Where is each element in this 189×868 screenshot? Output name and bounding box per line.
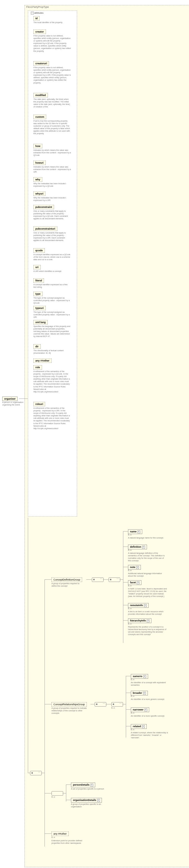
collapse-icon[interactable]: −	[31, 12, 34, 14]
attr-qcode: qcode	[33, 248, 45, 253]
attr-howuri-desc: Indicates by which means the value was e…	[33, 165, 71, 173]
attr-pubconstrainturi-desc: One or many constraints that apply to pu…	[33, 231, 71, 242]
connector	[126, 676, 126, 738]
cardinality: 0..∞	[52, 796, 55, 798]
choice-icon	[52, 791, 63, 796]
connector	[44, 834, 45, 846]
connector	[25, 399, 28, 399]
cardinality: 0..∞	[52, 836, 55, 838]
attr-role: role	[33, 365, 42, 370]
attr-whyuri-desc: Why the metadata has been included - exp…	[33, 196, 71, 202]
root-desc: A person or organisation organising the …	[2, 401, 25, 406]
crg-desc: A group of properties required to indica…	[52, 707, 88, 714]
cr-broader: broader+	[131, 691, 148, 695]
attr-creator: creator	[33, 30, 46, 34]
detail-personDetails: personDetails+	[71, 782, 95, 787]
sequence-icon	[108, 578, 120, 582]
cdg-desc: A group of properties required to define…	[52, 582, 85, 587]
connector	[19, 399, 25, 399]
attr-how: how	[33, 144, 42, 148]
detail-personDetails-desc: A set of properties specific to a person	[71, 787, 110, 790]
detail-organisationDetails-desc: A group of properties specific to an org…	[71, 803, 110, 808]
type-title: Flex1PartyPropType	[26, 6, 49, 8]
sequence-icon	[30, 771, 42, 775]
attr-uri-desc: A URI which identifies a concept.	[33, 270, 71, 273]
cd-facet: facet+	[128, 580, 141, 585]
attr-typeuri-desc: The type of the concept assigned as cont…	[33, 311, 71, 318]
cd-definition-desc: A natural language definition of the sem…	[128, 552, 167, 562]
cd-facet-desc: In NAR 1.8 and later, facet is deprecate…	[128, 587, 167, 597]
attr-id-desc: The local identifier of the property.	[33, 21, 71, 24]
connector	[123, 531, 123, 643]
attr-pubconstraint: pubconstraint	[33, 205, 54, 209]
attr-any ##other: any ##other	[33, 359, 52, 363]
cd-definition: definition+	[128, 545, 147, 549]
attr-custom-desc: If set to true the corresponding propert…	[33, 120, 71, 135]
cardinality: 0..∞	[111, 707, 115, 709]
attr-qcode-desc: A concept identifier expressed as a QCod…	[33, 253, 71, 261]
any-other: any ##other	[52, 832, 69, 836]
any-other-desc: Extension point for provider-defined pro…	[52, 839, 85, 844]
attr-role-desc: A refinement of the semantics of the pro…	[33, 370, 71, 393]
attr-xml:lang: xml:lang	[33, 320, 48, 324]
attr-roleuri-desc: A refinement of the semantics of the pro…	[33, 407, 71, 430]
sequence-icon	[92, 578, 103, 582]
cr-sameAs-desc: An identifier of a concept with equivale…	[131, 681, 170, 686]
cr-narrower-desc: An identifier of a more specific concept…	[131, 715, 170, 717]
attr-howuri: howuri	[33, 161, 45, 165]
connector	[44, 580, 45, 846]
attr-uri: uri	[33, 265, 41, 269]
cr-related: related+	[131, 724, 147, 729]
attr-modified: modified	[33, 93, 48, 97]
attr-roleuri: roleuri	[33, 402, 45, 406]
cd-name: name+	[128, 529, 142, 534]
attr-custom: custom	[33, 115, 46, 119]
root-element: organiser	[2, 397, 18, 401]
sequence-icon	[95, 702, 106, 707]
cr-narrower: narrower+	[131, 707, 149, 712]
attr-literal: literal	[33, 278, 44, 283]
attr-creator-desc: If the property value is not defined, sp…	[33, 34, 71, 52]
sequence-icon	[111, 702, 123, 707]
cr-sameAs: sameAs+	[131, 674, 148, 679]
cd-name-desc: A natural language name for the concept.	[128, 536, 167, 539]
attr-typeuri: typeuri	[33, 306, 45, 310]
concept-definition-group: ConceptDefinitionGroup	[52, 578, 82, 582]
cd-hierarchyInfo-desc: Represents the position of a concept in …	[128, 626, 167, 636]
connector	[66, 785, 66, 802]
attr-id: id	[33, 16, 39, 21]
concept-relationships-group: ConceptRelationshipsGroup	[52, 702, 87, 707]
cd-hierarchyInfo: hierarchyInfo+	[128, 618, 151, 623]
attr-dir: dir	[33, 344, 41, 349]
attr-why: why	[33, 177, 42, 182]
cd-remoteInfo: remoteInfo+	[128, 603, 149, 608]
attr-why-desc: Why the metadata has been included - exp…	[33, 182, 71, 187]
attr-literal-desc: A concept identifier expressed as a free…	[33, 283, 71, 288]
cd-remoteInfo-desc: A link to an item or a web resource whic…	[128, 610, 167, 615]
cr-broader-desc: An identifier of a more generic concept.	[131, 698, 170, 701]
connector	[44, 793, 52, 794]
attr-dir-desc: The directionality of textual content (e…	[33, 349, 71, 354]
attr-xml:lang-desc: Specifies the language of this property …	[33, 325, 71, 338]
attr-type: type	[33, 292, 42, 296]
attr-pubconstraint-desc: One or many constraints that apply to pu…	[33, 210, 71, 220]
attr-label: − attributes	[30, 12, 43, 14]
attr-modified-desc: The date (and, optionally, the time) whe…	[33, 98, 71, 108]
attr-creatoruri: creatoruri	[33, 61, 49, 66]
cd-note-desc: Additional natural language information …	[128, 572, 167, 577]
attr-how-desc: Indicates by which means the value was e…	[33, 149, 71, 156]
cr-related-desc: A related concept, where the relationshi…	[131, 731, 170, 739]
cd-note: note+	[128, 565, 141, 570]
attr-type-desc: The type of the concept assigned as cont…	[33, 297, 71, 304]
attr-box	[28, 10, 77, 517]
attr-whyuri: whyuri	[33, 191, 45, 196]
attr-creatoruri-desc: If the property value is not defined, sp…	[33, 66, 71, 84]
attr-pubconstrainturi: pubconstrainturi	[33, 226, 57, 231]
detail-organisationDetails: organisationDetails+	[71, 798, 102, 803]
connector	[63, 793, 66, 794]
